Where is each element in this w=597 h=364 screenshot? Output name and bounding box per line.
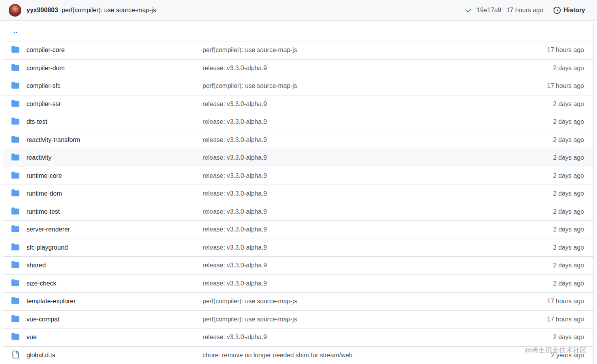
- table-row[interactable]: global.d.ts chore: remove no longer need…: [3, 347, 593, 364]
- history-button[interactable]: History: [554, 7, 585, 14]
- file-name-link[interactable]: server-renderer: [26, 226, 70, 233]
- parent-directory-row[interactable]: ..: [3, 21, 593, 41]
- row-commit-message-link[interactable]: chore: remove no longer needed shim for …: [203, 352, 353, 358]
- row-commit-message-link[interactable]: perf(compiler): use source-map-js: [203, 316, 297, 323]
- file-name-link[interactable]: global.d.ts: [26, 352, 55, 358]
- row-commit-message-link[interactable]: release: v3.3.0-alpha.9: [203, 101, 267, 107]
- row-commit-message-link[interactable]: release: v3.3.0-alpha.9: [203, 190, 267, 197]
- file-name-link[interactable]: runtime-core: [26, 172, 62, 179]
- row-icon-cell: [11, 81, 19, 91]
- row-commit-time[interactable]: 2 days ago: [553, 190, 593, 197]
- commit-message-cell: release: v3.3.0-alpha.9: [203, 172, 553, 179]
- row-commit-time[interactable]: 17 hours ago: [547, 82, 593, 90]
- row-commit-message-link[interactable]: perf(compiler): use source-map-js: [203, 82, 297, 89]
- table-row[interactable]: compiler-dom release: v3.3.0-alpha.9 2 d…: [3, 60, 593, 78]
- row-commit-time[interactable]: 2 days ago: [553, 118, 593, 125]
- row-commit-time[interactable]: 2 days ago: [553, 136, 593, 144]
- row-commit-time[interactable]: 2 days ago: [553, 101, 593, 108]
- row-commit-time[interactable]: 2 days ago: [553, 65, 593, 72]
- folder-icon: [11, 99, 19, 109]
- file-name-link[interactable]: compiler-dom: [26, 65, 65, 71]
- file-name-link[interactable]: runtime-test: [26, 208, 60, 215]
- file-name-link[interactable]: compiler-ssr: [26, 101, 61, 107]
- file-name-cell: dts-test: [26, 118, 203, 125]
- row-icon-cell: [11, 45, 19, 55]
- row-commit-message-link[interactable]: release: v3.3.0-alpha.9: [203, 65, 267, 71]
- row-commit-message-link[interactable]: release: v3.3.0-alpha.9: [203, 154, 267, 161]
- file-name-cell: compiler-ssr: [26, 101, 203, 108]
- row-commit-time[interactable]: 2 days ago: [553, 244, 593, 251]
- table-row[interactable]: server-renderer release: v3.3.0-alpha.9 …: [3, 221, 593, 239]
- table-row[interactable]: shared release: v3.3.0-alpha.9 2 days ag…: [3, 257, 593, 275]
- file-name-link[interactable]: compiler-core: [26, 47, 65, 53]
- row-icon-cell: [11, 135, 19, 145]
- file-name-link[interactable]: vue-compat: [26, 316, 60, 323]
- row-commit-time[interactable]: 2 days ago: [553, 334, 593, 341]
- table-row[interactable]: vue-compat perf(compiler): use source-ma…: [3, 311, 593, 329]
- row-commit-time[interactable]: 17 hours ago: [547, 47, 593, 54]
- table-row[interactable]: compiler-sfc perf(compiler): use source-…: [3, 77, 593, 95]
- row-icon-cell: [11, 351, 19, 360]
- row-commit-time[interactable]: 2 days ago: [553, 226, 593, 233]
- file-name-link[interactable]: sfc-playground: [26, 244, 68, 251]
- row-commit-time[interactable]: 2 years ago: [551, 352, 593, 359]
- table-row[interactable]: vue release: v3.3.0-alpha.9 2 days ago: [3, 329, 593, 347]
- row-commit-message-link[interactable]: perf(compiler): use source-map-js: [203, 47, 297, 53]
- file-table: .. compiler-core perf(compiler): use sou…: [3, 21, 594, 364]
- file-name-link[interactable]: template-explorer: [26, 298, 76, 304]
- table-row[interactable]: size-check release: v3.3.0-alpha.9 2 day…: [3, 275, 593, 293]
- commit-author-link[interactable]: yyx990803: [26, 7, 58, 14]
- row-commit-message-link[interactable]: release: v3.3.0-alpha.9: [203, 244, 267, 251]
- table-row[interactable]: runtime-core release: v3.3.0-alpha.9 2 d…: [3, 167, 593, 185]
- row-commit-message-link[interactable]: release: v3.3.0-alpha.9: [203, 172, 267, 179]
- row-commit-message-link[interactable]: release: v3.3.0-alpha.9: [203, 280, 267, 287]
- row-commit-message-link[interactable]: release: v3.3.0-alpha.9: [203, 262, 267, 269]
- check-icon[interactable]: [465, 7, 472, 14]
- parent-directory-link[interactable]: ..: [13, 28, 18, 35]
- commit-message-cell: release: v3.3.0-alpha.9: [203, 154, 553, 161]
- commit-message-cell: chore: remove no longer needed shim for …: [203, 352, 551, 359]
- folder-icon: [11, 243, 19, 252]
- file-name-cell: runtime-test: [26, 208, 203, 215]
- row-commit-time[interactable]: 17 hours ago: [547, 298, 593, 305]
- file-name-link[interactable]: size-check: [26, 280, 56, 287]
- file-name-link[interactable]: compiler-sfc: [26, 82, 60, 89]
- row-commit-message-link[interactable]: perf(compiler): use source-map-js: [203, 298, 297, 304]
- file-name-link[interactable]: vue: [26, 334, 37, 340]
- commit-message-cell: release: v3.3.0-alpha.9: [203, 101, 553, 108]
- table-row[interactable]: reactivity-transform release: v3.3.0-alp…: [3, 131, 593, 149]
- row-commit-time[interactable]: 2 days ago: [553, 280, 593, 287]
- row-commit-time[interactable]: 2 days ago: [553, 154, 593, 161]
- file-name-link[interactable]: runtime-dom: [26, 190, 62, 197]
- row-commit-message-link[interactable]: release: v3.3.0-alpha.9: [203, 208, 267, 215]
- table-row[interactable]: runtime-dom release: v3.3.0-alpha.9 2 da…: [3, 185, 593, 203]
- table-row[interactable]: sfc-playground release: v3.3.0-alpha.9 2…: [3, 239, 593, 257]
- table-row[interactable]: template-explorer perf(compiler): use so…: [3, 293, 593, 311]
- file-name-link[interactable]: shared: [26, 262, 46, 269]
- commit-message-link[interactable]: perf(compiler): use source-map-js: [62, 7, 156, 14]
- table-row[interactable]: dts-test release: v3.3.0-alpha.9 2 days …: [3, 113, 593, 131]
- row-icon-cell: [11, 279, 19, 288]
- row-icon-cell: [11, 297, 19, 306]
- file-name-cell: shared: [26, 262, 203, 269]
- file-name-link[interactable]: dts-test: [26, 118, 47, 125]
- row-commit-message-link[interactable]: release: v3.3.0-alpha.9: [203, 226, 267, 233]
- file-name-link[interactable]: reactivity: [26, 154, 51, 161]
- table-row[interactable]: runtime-test release: v3.3.0-alpha.9 2 d…: [3, 203, 593, 221]
- row-commit-message-link[interactable]: release: v3.3.0-alpha.9: [203, 334, 267, 340]
- row-commit-time[interactable]: 2 days ago: [553, 172, 593, 179]
- commit-message-cell: perf(compiler): use source-map-js: [203, 316, 547, 323]
- table-row[interactable]: reactivity release: v3.3.0-alpha.9 2 day…: [3, 149, 593, 167]
- row-commit-time[interactable]: 2 days ago: [553, 262, 593, 269]
- commit-hash-link[interactable]: 19e17a9: [477, 7, 501, 14]
- row-commit-message-link[interactable]: release: v3.3.0-alpha.9: [203, 118, 267, 125]
- table-row[interactable]: compiler-core perf(compiler): use source…: [3, 41, 593, 60]
- folder-icon: [11, 171, 19, 181]
- table-row[interactable]: compiler-ssr release: v3.3.0-alpha.9 2 d…: [3, 95, 593, 114]
- avatar[interactable]: [9, 4, 21, 17]
- row-commit-message-link[interactable]: release: v3.3.0-alpha.9: [203, 136, 267, 143]
- row-commit-time[interactable]: 2 days ago: [553, 208, 593, 215]
- file-name-link[interactable]: reactivity-transform: [26, 136, 80, 143]
- row-commit-time[interactable]: 17 hours ago: [547, 316, 593, 323]
- row-icon-cell: [11, 189, 19, 198]
